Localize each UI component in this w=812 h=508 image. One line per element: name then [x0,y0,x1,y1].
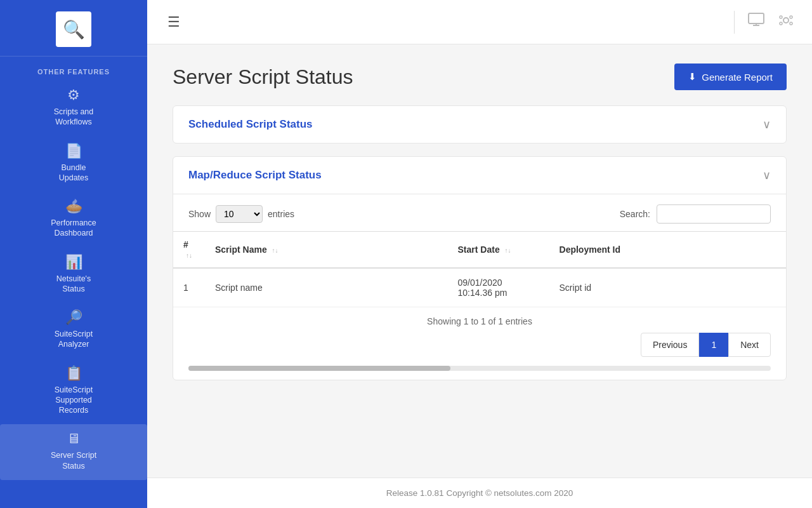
sidebar-item-netsuite-status[interactable]: 📊 Netsuite'sStatus [0,248,147,304]
entries-select[interactable]: 10 25 50 100 [216,205,263,223]
svg-point-4 [780,16,782,18]
sidebar-item-performance-dashboard[interactable]: 🥧 PerformanceDashboard [0,192,147,248]
sidebar-item-bundle-updates[interactable]: 📄 BundleUpdates [0,137,147,192]
cell-script-name: Script name [205,268,448,307]
page-1-button[interactable]: 1 [699,333,728,357]
pagination-area: Showing 1 to 1 of 1 entries Previous 1 N… [173,307,786,366]
scheduled-section-title: Scheduled Script Status [188,118,313,131]
netsuite-status-icon: 📊 [65,254,82,271]
scroll-track [188,366,771,371]
map-reduce-section-title: Map/Reduce Script Status [188,169,322,182]
suitescript-analyzer-icon: 🔎 [65,309,82,326]
sidebar-item-label: SuiteScriptAnalyzer [55,329,93,350]
pagination-controls: Previous 1 Next [188,333,771,357]
sort-arrows-start-date: ↑↓ [505,247,511,254]
svg-rect-0 [749,13,764,23]
sidebar-item-label: Netsuite'sStatus [56,274,91,295]
svg-point-5 [790,16,792,18]
show-label: Show [188,209,211,219]
download-icon: ⬇ [688,71,697,83]
footer: Release 1.0.81 Copyright © netsolutes.co… [147,478,812,508]
sidebar-item-label: BundleUpdates [59,163,89,184]
col-header-script-name[interactable]: Script Name ↑↓ [205,232,448,269]
sidebar-item-label: Scripts andWorkflows [54,107,94,128]
map-reduce-chevron-icon: ∨ [763,168,771,182]
settings-icon-button[interactable] [778,12,794,32]
showing-text: Showing 1 to 1 of 1 entries [188,316,771,326]
sidebar-item-label: PerformanceDashboard [51,218,96,239]
hamburger-button[interactable]: ☰ [165,11,183,33]
col-header-deployment-id[interactable]: Deployment Id [549,232,786,269]
scheduled-chevron-icon: ∨ [763,117,771,131]
page-header: Server Script Status ⬇ Generate Report [173,64,787,90]
svg-point-3 [783,18,789,23]
cell-deployment-id: Script id [549,268,786,307]
show-entries-control: Show 10 25 50 100 entries [188,205,294,223]
scheduled-section-header[interactable]: Scheduled Script Status ∨ [173,106,786,143]
sort-arrows-num: ↑↓ [186,252,192,259]
generate-report-button[interactable]: ⬇ Generate Report [674,64,787,90]
search-input[interactable] [657,204,771,224]
scroll-bar-area [173,366,786,380]
performance-icon: 🥧 [65,198,82,215]
sidebar: 🔍 Other Features ⚙ Scripts andWorkflows … [0,0,147,508]
svg-point-7 [790,22,792,25]
table-row: 1 Script name 09/01/2020 10:14.36 pm Scr… [173,268,786,307]
top-header: ☰ [147,0,812,44]
generate-report-label: Generate Report [702,72,773,83]
sidebar-item-suitescript-analyzer[interactable]: 🔎 SuiteScriptAnalyzer [0,303,147,359]
bundle-updates-icon: 📄 [65,143,82,159]
entries-label: entries [268,209,294,219]
header-divider [734,11,735,34]
sidebar-item-server-script-status[interactable]: 🖥 Server ScriptStatus [0,424,147,480]
sidebar-item-suitescript-supported-records[interactable]: 📋 SuiteScriptSupportedRecords [0,359,147,425]
header-icons [747,12,794,32]
scheduled-script-card: Scheduled Script Status ∨ [173,105,787,144]
col-header-start-date[interactable]: Start Date ↑↓ [448,232,549,269]
svg-point-6 [780,22,782,25]
map-reduce-table: # ↑↓ Script Name ↑↓ Start Date ↑↓ Deploy… [173,231,786,307]
sidebar-item-label: Server ScriptStatus [51,450,96,471]
monitor-icon-button[interactable] [747,13,765,32]
search-area: Search: [620,204,771,224]
sidebar-item-label: SuiteScriptSupportedRecords [55,385,93,416]
scripts-workflows-icon: ⚙ [67,87,80,104]
page-content: Server Script Status ⬇ Generate Report S… [147,44,812,478]
sort-arrows-script-name: ↑↓ [272,247,278,254]
scroll-thumb[interactable] [188,366,450,371]
cell-start-date: 09/01/2020 10:14.36 pm [448,268,549,307]
col-header-num[interactable]: # ↑↓ [173,232,205,269]
sidebar-item-scripts-workflows[interactable]: ⚙ Scripts andWorkflows [0,81,147,137]
table-controls: Show 10 25 50 100 entries Search: [173,194,786,231]
search-label: Search: [620,209,650,219]
sidebar-logo: 🔍 [0,0,147,57]
supported-records-icon: 📋 [65,365,82,382]
sidebar-section-label: Other Features [37,57,110,81]
footer-text: Release 1.0.81 Copyright © netsolutes.co… [386,488,573,498]
main-area: ☰ Server Scr [147,0,812,508]
server-script-status-icon: 🖥 [67,431,81,447]
map-reduce-card: Map/Reduce Script Status ∨ Show 10 25 50… [173,156,787,380]
logo-icon: 🔍 [56,11,91,47]
page-title: Server Script Status [173,65,353,89]
map-reduce-section-header[interactable]: Map/Reduce Script Status ∨ [173,157,786,194]
previous-button[interactable]: Previous [641,333,699,357]
next-button[interactable]: Next [728,333,771,357]
cell-num: 1 [173,268,205,307]
